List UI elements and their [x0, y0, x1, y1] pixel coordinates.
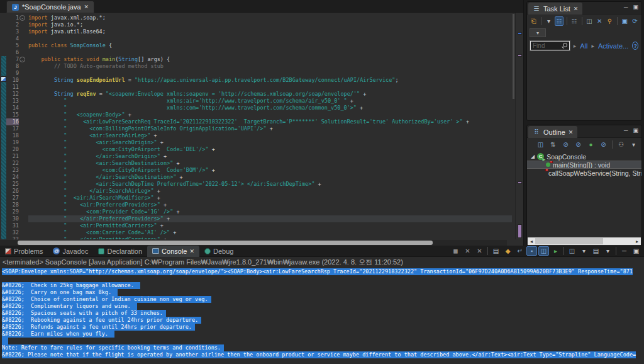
display-selected-console-icon[interactable]: ◫ [538, 246, 549, 256]
new-console-pin-icon[interactable]: ▸ [550, 246, 561, 256]
code-line[interactable]: " <com:BillingPointOfSaleInfo OriginAppl… [28, 125, 512, 132]
code-line[interactable] [28, 84, 512, 91]
code-line[interactable]: // TODO Auto-generated method stub [28, 63, 512, 70]
code-text[interactable]: import javax.xml.soap.*;import java.io.*… [28, 14, 512, 239]
maximize-icon[interactable]: ▣ [631, 246, 641, 256]
outline-hscrollbar[interactable]: ◂ ▸ [528, 237, 641, 245]
sort-icon[interactable]: ⇅ [548, 140, 558, 149]
fold-collapse-icon[interactable]: - [19, 15, 25, 21]
focus-on-workweek-icon[interactable]: ◫ [585, 16, 593, 26]
categorized-icon[interactable]: ☷ [555, 16, 564, 26]
editor-vscrollbar[interactable] [513, 14, 514, 99]
scroll-lock-icon[interactable]: ◆ [502, 246, 513, 256]
tab-soapconsole-java[interactable]: J *SoapConsole.java ✕ [6, 1, 94, 13]
synchronize-icon[interactable]: ⟳ [631, 16, 639, 26]
editor-body[interactable]: 1234567891011121314151617181920212223242… [0, 13, 523, 239]
task-marker-icon[interactable] [1, 76, 6, 82]
code-line[interactable]: " <air:LowFareSearchReq TraceId='2021122… [28, 118, 512, 125]
open-console-icon[interactable]: ▤ [591, 246, 601, 256]
code-line[interactable]: " <air:AirSearchModifiers>" + [28, 195, 512, 202]
code-line[interactable]: " <air:SearchDestination>" + [28, 160, 512, 167]
code-line[interactable]: import javax.xml.soap.*; [28, 14, 512, 21]
editor-hscrollbar-thumb[interactable] [18, 241, 433, 245]
minimize-icon[interactable]: ─ [624, 4, 628, 10]
overview-marker[interactable] [518, 54, 522, 57]
code-line[interactable]: " <air:SearchDepTime PreferredTime='2022… [28, 181, 512, 188]
hide-local-types-icon[interactable]: ⊘ [598, 140, 609, 149]
code-line[interactable]: " </air:PermittedCarriers>" + [28, 236, 512, 239]
code-line[interactable]: " </air:PreferredProviders>" + [28, 215, 512, 222]
code-line[interactable]: " <com:CityOrAirport Code='BOM'/>" + [28, 167, 512, 174]
code-line[interactable]: " <air:SearchOrigin>" + [28, 139, 512, 146]
hide-completed-tasks-icon[interactable]: ✕ [596, 16, 604, 26]
filter-all-link[interactable]: All [580, 42, 587, 50]
code-line[interactable]: import java.io.*; [28, 21, 512, 28]
code-line[interactable] [28, 49, 512, 56]
working-set-dropdown[interactable]: ▾ [530, 28, 546, 37]
code-line[interactable]: " xmlns:air='http://www.travelport.com/s… [28, 98, 512, 105]
code-line[interactable] [28, 35, 512, 42]
code-line[interactable]: import java.util.Base64; [28, 28, 512, 35]
remove-launch-icon[interactable]: ✕ [462, 246, 473, 256]
new-task-icon[interactable]: ⎗ [530, 16, 538, 26]
task-person-icon[interactable]: ⚲ [606, 16, 614, 26]
close-tab-icon[interactable]: ✕ [84, 4, 89, 10]
remove-all-terminated-icon[interactable]: ✕ [474, 246, 485, 256]
tab-javadoc[interactable]: @ Javadoc [48, 246, 93, 257]
tab-problems[interactable]: Problems [0, 246, 48, 257]
outline-hscrollbar-thumb[interactable] [535, 238, 603, 244]
code-line[interactable]: " xmlns:com='http://www.travelport.com/s… [28, 105, 512, 111]
open-console-menu-icon[interactable]: ▾ [602, 246, 613, 256]
pin-console-icon[interactable]: ▪ [526, 246, 537, 256]
code-line[interactable]: " </air:SearchOrigin>" + [28, 153, 512, 160]
close-icon[interactable]: ✕ [569, 129, 574, 135]
code-line[interactable]: " <com:Carrier Code='AI' />" + [28, 229, 512, 236]
hide-fields-icon[interactable]: ⊘ [560, 140, 571, 149]
tab-debug[interactable]: Debug [199, 246, 238, 257]
minimize-icon[interactable]: ─ [624, 127, 628, 134]
console-output[interactable]: <SOAP:Envelope xmlns:SOAP="http://schema… [0, 268, 639, 364]
tab-declaration[interactable]: Declaration [93, 246, 147, 257]
code-line[interactable]: " </air:SearchAirLeg>" + [28, 188, 512, 195]
display-console-icon[interactable]: ◫ [567, 246, 577, 256]
word-wrap-icon[interactable]: ↵ [514, 246, 525, 256]
maximize-icon[interactable]: ▣ [633, 4, 638, 10]
expand-arrow-icon[interactable]: ◢ [531, 154, 535, 159]
overview-marker[interactable] [518, 32, 522, 35]
link-with-editor-icon[interactable]: ⚇ [616, 140, 626, 149]
code-line[interactable]: " <com:CityOrAirport Code='DEL'/>" + [28, 146, 512, 153]
activate-link[interactable]: Activate... [598, 42, 628, 50]
close-tab-icon[interactable]: ✕ [189, 248, 194, 254]
code-line[interactable]: " <soapenv:Body>" + [28, 111, 512, 118]
code-line[interactable]: " <air:PreferredProviders>" + [28, 202, 512, 208]
view-menu-icon[interactable]: ▾ [628, 140, 639, 149]
code-line[interactable]: String reqEnv = "<soapenv:Envelope xmlns… [28, 91, 512, 98]
scroll-left-icon[interactable]: ◂ [528, 239, 535, 244]
code-line[interactable] [28, 70, 512, 77]
code-line[interactable]: String soapEndpointUrl = "https://apac.u… [28, 77, 512, 84]
hide-static-members-icon[interactable]: ⊘ [573, 140, 584, 149]
tree-item-class[interactable]: ◢ C▶ SoapConsole [527, 152, 641, 161]
hide-non-public-icon[interactable]: ● [586, 140, 596, 149]
find-input[interactable]: Find [530, 41, 570, 50]
focus-active-task-icon[interactable]: ◫ [535, 140, 546, 149]
close-icon[interactable]: ✕ [574, 6, 579, 12]
scroll-right-icon[interactable]: ▸ [633, 239, 641, 244]
code-line[interactable]: " <air:PermittedCarriers>" + [28, 222, 512, 229]
restore-tasks-icon[interactable]: ▣ [621, 16, 629, 26]
terminate-icon[interactable]: ◼ [450, 246, 461, 256]
tab-console[interactable]: Console ✕ [147, 246, 199, 257]
tree-item-callsoap-method[interactable]: callSoapWebService(String, String [527, 169, 641, 177]
clear-console-icon[interactable]: ▤ [491, 246, 501, 256]
tree-item-main-method[interactable]: main(String[]) : void [527, 161, 641, 169]
code-line[interactable]: " <com:Provider Code='1G' />" + [28, 208, 512, 215]
overview-marker[interactable] [518, 224, 522, 238]
code-line[interactable]: " </air:SearchDestination>" + [28, 174, 512, 181]
display-console-menu-icon[interactable]: ▾ [579, 246, 589, 256]
overview-ruler[interactable] [515, 13, 523, 239]
code-line[interactable]: " <air:SearchAirLeg>" + [28, 132, 512, 139]
fold-collapse-icon[interactable]: - [19, 57, 25, 62]
new-task-menu-icon[interactable]: ▾ [545, 16, 553, 26]
code-line[interactable]: public class SoapConsole { [28, 42, 512, 49]
maximize-icon[interactable]: ▣ [633, 127, 638, 134]
